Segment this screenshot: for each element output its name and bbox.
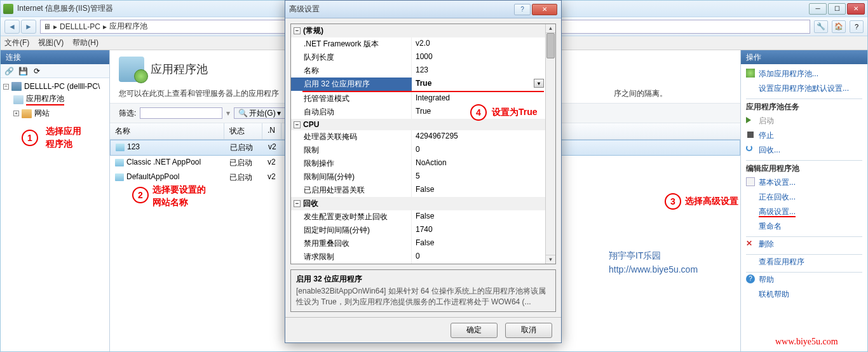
collapse-icon[interactable]: − bbox=[294, 121, 301, 128]
minimize-button[interactable]: ─ bbox=[809, 3, 827, 15]
tree-toggle-sites-icon[interactable]: + bbox=[13, 111, 19, 116]
action-view-apps[interactable]: 查看应用程序 bbox=[746, 255, 862, 269]
tree-connect-icon[interactable]: 🔗 bbox=[3, 66, 15, 76]
nav-help-icon[interactable]: ? bbox=[850, 20, 864, 33]
breadcrumb-node[interactable]: 应用程序池 bbox=[109, 21, 147, 32]
action-online-help[interactable]: 联机帮助 bbox=[746, 287, 862, 302]
cancel-button[interactable]: 取消 bbox=[505, 323, 552, 338]
prop-disable-on-config[interactable]: 发生配置更改时禁止回收False bbox=[291, 210, 545, 224]
dialog-titlebar: 高级设置 ? ✕ bbox=[285, 1, 561, 18]
watermark-footer: www.biye5u.com bbox=[775, 337, 838, 347]
annotation-3-circle: 3 bbox=[665, 193, 681, 210]
annotation-2-text: 选择要设置的 bbox=[153, 184, 206, 196]
breadcrumb-root-icon: 🖥 bbox=[43, 22, 51, 31]
prop-disable-overlap[interactable]: 禁用重叠回收False bbox=[291, 237, 545, 250]
annotation-2-circle: 2 bbox=[132, 187, 149, 203]
prop-regular-time[interactable]: 固定时间间隔(分钟)1740 bbox=[291, 224, 545, 237]
category-recycle[interactable]: −回收 bbox=[291, 197, 545, 210]
scroll-down-icon[interactable]: ▼ bbox=[546, 255, 555, 264]
tree-refresh-icon[interactable]: ⟳ bbox=[31, 66, 43, 76]
page-title: 应用程序池 bbox=[151, 62, 208, 77]
prop-enable-32bit[interactable]: 启用 32 位应用程序 True▾ bbox=[291, 78, 545, 91]
pool-row-icon bbox=[115, 173, 124, 181]
tasks-group-label: 应用程序池任务 bbox=[746, 98, 862, 114]
category-general[interactable]: −(常规) bbox=[291, 24, 545, 37]
action-recycle[interactable]: 回收... bbox=[746, 143, 862, 158]
action-recycling[interactable]: 正在回收... bbox=[746, 190, 862, 205]
annotation-1-text-b: 程序池 bbox=[46, 139, 72, 150]
action-stop[interactable]: 停止 bbox=[746, 128, 862, 143]
action-set-defaults[interactable]: 设置应用程序池默认设置... bbox=[746, 81, 862, 96]
prop-name[interactable]: 名称123 bbox=[291, 64, 545, 78]
prop-request-limit[interactable]: 请求限制0 bbox=[291, 250, 545, 264]
scrollbar[interactable]: ▲ ▼ bbox=[545, 24, 555, 264]
breadcrumb-host[interactable]: DELLLL-PC bbox=[60, 22, 100, 31]
action-add-pool[interactable]: 添加应用程序池... bbox=[746, 67, 862, 81]
nav-icon-1[interactable]: 🔧 bbox=[814, 20, 828, 33]
prop-affinity-enabled[interactable]: 已启用处理器关联False bbox=[291, 184, 545, 197]
nav-icon-2[interactable]: 🏠 bbox=[832, 20, 846, 33]
dialog-title: 高级设置 bbox=[289, 4, 514, 15]
menu-file[interactable]: 文件(F) bbox=[4, 37, 29, 48]
actions-panel: 操作 添加应用程序池... 设置应用程序池默认设置... 应用程序池任务 启动 … bbox=[740, 50, 867, 351]
prop-netfx[interactable]: .NET Framework 版本v2.0 bbox=[291, 37, 545, 51]
prop-limit[interactable]: 限制0 bbox=[291, 144, 545, 157]
ok-button[interactable]: 确定 bbox=[451, 323, 498, 338]
app-pool-icon bbox=[13, 95, 24, 104]
scroll-up-icon[interactable]: ▲ bbox=[546, 24, 555, 33]
pool-row-icon bbox=[116, 144, 125, 151]
prop-affinity-mask[interactable]: 处理器关联掩码4294967295 bbox=[291, 130, 545, 144]
action-delete[interactable]: ✕删除 bbox=[746, 237, 862, 252]
back-button[interactable]: ◄ bbox=[4, 20, 20, 34]
dialog-help-button[interactable]: ? bbox=[514, 4, 531, 15]
prop-pipeline[interactable]: 托管管道模式Integrated bbox=[291, 92, 545, 105]
watermark-url: http://www.biye5u.com bbox=[609, 264, 698, 274]
property-grid[interactable]: −(常规) .NET Framework 版本v2.0 队列长度1000 名称1… bbox=[290, 24, 556, 264]
col-net[interactable]: .N bbox=[262, 123, 281, 139]
col-status[interactable]: 状态 bbox=[224, 123, 262, 139]
page-desc: 您可以在此页上查看和管理服务器上的应用程序 bbox=[119, 89, 279, 98]
dialog-close-button[interactable]: ✕ bbox=[532, 4, 557, 15]
action-help[interactable]: ?帮助 bbox=[746, 273, 862, 287]
prop-log-event[interactable]: +生成回收事件日志条目 bbox=[291, 264, 545, 264]
tree-toggle-icon[interactable]: − bbox=[3, 84, 9, 90]
page-desc-tail: 序之间的隔离。 bbox=[614, 89, 667, 98]
scroll-thumb[interactable] bbox=[546, 33, 555, 58]
action-rename[interactable]: 重命名 bbox=[746, 219, 862, 234]
dropdown-icon[interactable]: ▾ bbox=[534, 79, 544, 88]
forward-button[interactable]: ► bbox=[21, 20, 36, 34]
pool-row-icon bbox=[115, 159, 124, 166]
close-button[interactable]: ✕ bbox=[847, 3, 865, 15]
menu-view[interactable]: 视图(V) bbox=[38, 37, 64, 48]
delete-icon: ✕ bbox=[746, 239, 755, 248]
prop-limit-action[interactable]: 限制操作NoAction bbox=[291, 157, 545, 170]
start-button[interactable]: 🔍 开始(G) ▾ bbox=[234, 107, 285, 119]
collapse-icon[interactable]: − bbox=[294, 27, 301, 34]
filter-label: 筛选: bbox=[119, 108, 136, 119]
prop-queue-length[interactable]: 队列长度1000 bbox=[291, 51, 545, 64]
connections-header: 连接 bbox=[1, 50, 109, 64]
prop-limit-interval[interactable]: 限制间隔(分钟)5 bbox=[291, 170, 545, 184]
desc-body: [enable32BitAppOnWin64] 如果针对 64 位操作系统上的应… bbox=[296, 286, 550, 308]
stop-icon bbox=[747, 132, 754, 138]
menu-help[interactable]: 帮助(H) bbox=[72, 37, 98, 48]
col-name[interactable]: 名称 bbox=[110, 123, 224, 139]
recycle-icon bbox=[746, 145, 752, 151]
doc-icon bbox=[746, 177, 755, 186]
advanced-settings-dialog: 高级设置 ? ✕ −(常规) .NET Framework 版本v2.0 队列长… bbox=[285, 0, 562, 343]
tree-app-pools[interactable]: 应用程序池 bbox=[3, 92, 107, 107]
tree-save-icon[interactable]: 💾 bbox=[17, 66, 29, 76]
category-cpu[interactable]: −CPU bbox=[291, 119, 545, 130]
action-start[interactable]: 启动 bbox=[746, 114, 862, 128]
tree-root[interactable]: − DELLLL-PC (dellll-PC\ bbox=[3, 81, 107, 92]
property-description: 启用 32 位应用程序 [enable32BitAppOnWin64] 如果针对… bbox=[290, 269, 556, 312]
annotation-4-circle: 4 bbox=[470, 104, 487, 121]
maximize-button[interactable]: ☐ bbox=[828, 3, 846, 15]
collapse-icon[interactable]: − bbox=[294, 200, 301, 207]
tree-sites[interactable]: + 网站 bbox=[3, 107, 107, 120]
site-icon bbox=[22, 109, 32, 118]
desc-title: 启用 32 位应用程序 bbox=[296, 274, 550, 285]
action-advanced[interactable]: 高级设置... bbox=[746, 205, 862, 219]
filter-input[interactable] bbox=[140, 107, 222, 119]
action-basic[interactable]: 基本设置... bbox=[746, 175, 862, 190]
